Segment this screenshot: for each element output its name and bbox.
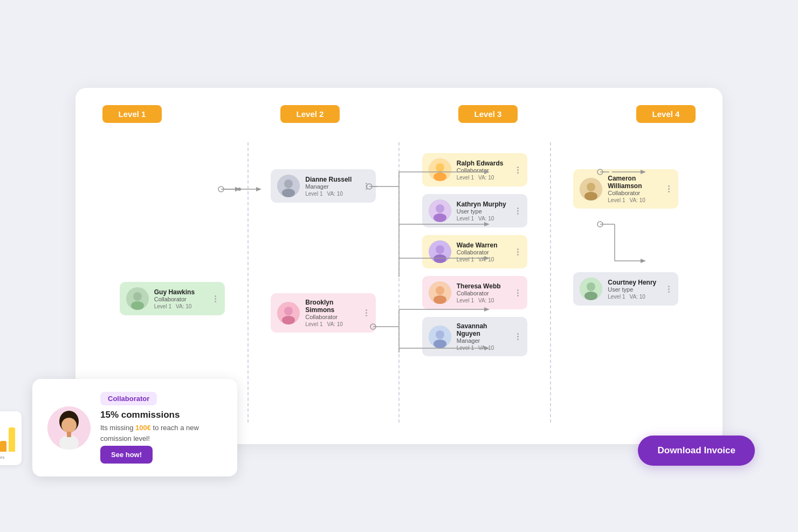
node-name: Courtney Henry [608,279,661,286]
node-wade-warren: Wade Warren Collaborator Level 1 VA: 10 [422,235,527,268]
info-card-right: Collaborator 15% commissions Its missing… [100,392,222,464]
bar-3 [0,441,6,452]
spacer [573,216,678,265]
node-meta: Level 1 VA: 10 [457,175,510,181]
svg-point-13 [436,204,444,213]
avatar-wade [429,240,451,263]
node-meta: Level 1 VA: 10 [608,294,661,300]
node-info-theresa: Theresa Webb Collaborator Level 1 VA: 10 [457,282,510,303]
node-role: Manager [305,183,358,190]
bar-4 [9,427,15,452]
node-meta: Level 1 VA: 10 [457,216,510,222]
svg-point-63 [61,418,77,433]
l3-nodes: Ralph Edwards Collaborator Level 1 VA: 1… [422,148,527,362]
see-how-button[interactable]: See how! [100,446,153,464]
node-meta: Level 1 VA: 10 [608,197,661,203]
level-header: Level 1 Level 2 Level 3 Level 4 [97,105,701,123]
node-name: Brooklyn Simmons [305,299,358,314]
desc-part1: Its missing [100,424,135,432]
avatar-savannah [429,326,451,348]
node-dots[interactable] [363,182,369,191]
level-badge-1: Level 1 [102,105,162,123]
commission-text: 15% commissions [100,410,222,420]
svg-point-5 [282,189,295,197]
node-dots[interactable] [666,285,672,294]
node-name: Ralph Edwards [457,160,510,167]
node-meta: Level 1 VA: 10 [305,321,358,327]
mini-chart: My sales [0,411,22,465]
info-avatar [47,406,91,450]
main-card: Level 1 Level 2 Level 3 Level 4 Guy Hawk… [75,88,723,444]
node-dots[interactable] [515,247,521,257]
svg-point-22 [436,330,444,339]
l2-nodes: Dianne Russell Manager Level 1 VA: 10 [271,164,376,338]
node-dots[interactable] [212,294,218,303]
node-dots[interactable] [363,308,369,317]
info-card: My sales [32,379,237,476]
svg-point-1 [133,292,142,301]
node-info-cameron: Cameron Williamson Collaborator Level 1 … [608,175,661,203]
node-role: Manager [457,337,510,344]
level-col-2: Dianne Russell Manager Level 1 VA: 10 [247,142,399,423]
node-dots[interactable] [515,165,521,175]
node-role: User type [457,208,510,215]
node-meta: Level 1 VA: 10 [457,298,510,303]
level-col-4: Cameron Williamson Collaborator Level 1 … [550,142,701,423]
node-name: Dianne Russell [305,176,358,183]
node-dots[interactable] [666,184,672,194]
node-dots[interactable] [515,288,521,298]
chart-legend: My sales [0,455,17,460]
avatar-ralph [429,158,451,181]
level-badge-4: Level 4 [636,105,696,123]
highlight-amount: 100€ [135,424,151,432]
node-role: Collaborator [457,249,510,255]
svg-rect-65 [67,432,71,437]
node-info-guy-hawkins: Guy Hawkins Collaborator Level 1 VA: 10 [154,288,207,309]
info-description: Its missing 100€ to reach a new comissio… [100,423,222,444]
avatar-cameron [580,178,602,201]
svg-point-17 [434,254,446,263]
avatar-brooklyn [277,302,300,324]
svg-point-14 [434,213,446,222]
svg-point-10 [436,163,444,172]
legend-label: My sales [0,455,5,460]
node-role: Collaborator [457,167,510,174]
svg-point-20 [434,295,446,304]
node-guy-hawkins: Guy Hawkins Collaborator Level 1 VA: 10 [120,282,225,315]
avatar-theresa [429,281,451,304]
level-badge-3: Level 3 [458,105,518,123]
node-info-savannah: Savannah Nguyen Manager Level 1 VA: 10 [457,322,510,351]
download-invoice-button[interactable]: Download Invoice [638,436,755,466]
node-info-ralph: Ralph Edwards Collaborator Level 1 VA: 1… [457,160,510,181]
svg-point-4 [284,179,293,188]
node-dots[interactable] [515,206,521,216]
svg-point-29 [584,292,597,300]
node-meta: Level 1 VA: 10 [457,345,510,351]
node-name: Savannah Nguyen [457,322,510,337]
node-role: Collaborator [457,290,510,296]
node-brooklyn-simmons: Brooklyn Simmons Collaborator Level 1 VA… [271,293,376,333]
node-theresa-webb: Theresa Webb Collaborator Level 1 VA: 10 [422,276,527,309]
node-dianne-russell: Dianne Russell Manager Level 1 VA: 10 [271,169,376,203]
level-badge-2: Level 2 [280,105,340,123]
badge-collaborator: Collaborator [100,392,157,405]
node-role: User type [608,286,661,293]
info-card-top: Collaborator 15% commissions Its missing… [47,392,222,464]
svg-point-16 [436,245,444,254]
node-courtney-henry: Courtney Henry User type Level 1 VA: 10 [573,272,678,306]
node-info-brooklyn: Brooklyn Simmons Collaborator Level 1 VA… [305,299,358,327]
avatar-kathryn [429,199,451,222]
node-info-courtney: Courtney Henry User type Level 1 VA: 10 [608,279,661,300]
svg-point-2 [131,301,144,310]
node-info-wade: Wade Warren Collaborator Level 1 VA: 10 [457,241,510,262]
node-name: Theresa Webb [457,282,510,290]
page-wrapper: Level 1 Level 2 Level 3 Level 4 Guy Hawk… [0,0,798,532]
svg-point-8 [282,316,295,324]
node-dots[interactable] [515,332,521,341]
l1-nodes: Guy Hawkins Collaborator Level 1 VA: 10 [120,277,225,321]
avatar-courtney [580,278,602,300]
avatar-guy-hawkins [126,287,149,310]
node-name: Kathryn Murphy [457,201,510,208]
node-name: Guy Hawkins [154,288,207,296]
node-name: Wade Warren [457,241,510,249]
